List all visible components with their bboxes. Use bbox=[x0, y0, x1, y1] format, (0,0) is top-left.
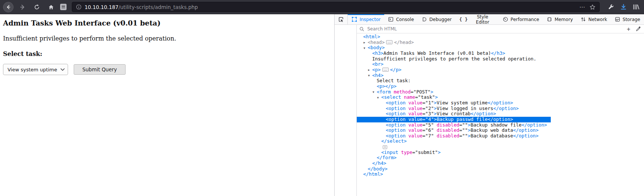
markup-row[interactable]: ▸<p>…</p> bbox=[357, 67, 551, 73]
markup-row[interactable]: ▾<select name="task"> bbox=[357, 95, 551, 100]
style-editor-icon: { } bbox=[459, 17, 468, 22]
extension-icon[interactable] bbox=[60, 4, 67, 10]
tab-performance[interactable]: Performance bbox=[499, 14, 543, 24]
markup-row[interactable]: <option value="5" disabled="">Backup sha… bbox=[357, 122, 551, 128]
markup-token: value bbox=[406, 127, 423, 133]
markup-row[interactable]: <option value="6" disabled="">Backup web… bbox=[357, 128, 551, 133]
expand-arrow-icon[interactable]: ▾ bbox=[368, 73, 372, 78]
task-select[interactable]: View system uptime bbox=[3, 64, 68, 75]
markup-token: <option bbox=[386, 133, 406, 139]
markup-token: <form bbox=[377, 89, 391, 95]
markup-token: View system uptime bbox=[436, 100, 487, 106]
markup-row[interactable]: <input type="submit"> bbox=[357, 150, 551, 155]
markup-row[interactable]: <h3>Admin Tasks Web Interface (v0.01 bet… bbox=[357, 51, 551, 56]
task-select-value: View system uptime bbox=[8, 67, 57, 72]
markup-token: ="" bbox=[459, 122, 468, 128]
tab-network-label: Network bbox=[588, 17, 607, 22]
markup-row[interactable]: ▸<head>…</head> bbox=[357, 40, 551, 45]
forward-arrow-icon bbox=[20, 4, 26, 10]
markup-token: ="POST" bbox=[411, 89, 430, 95]
markup-token: </body> bbox=[368, 166, 388, 172]
expand-arrow-icon[interactable]: ▸ bbox=[364, 40, 368, 45]
markup-row[interactable]: </form> bbox=[357, 155, 551, 161]
reload-icon bbox=[34, 4, 40, 10]
collapsed-ellipsis-icon[interactable]: … bbox=[382, 68, 389, 72]
expand-arrow-icon[interactable]: ▾ bbox=[377, 95, 381, 101]
markup-row[interactable]: ▾<h4> bbox=[357, 73, 551, 78]
markup-token: disabled bbox=[434, 127, 459, 133]
markup-row[interactable]: </h4> bbox=[357, 161, 551, 166]
markup-token: ="5" bbox=[423, 122, 434, 128]
markup-row[interactable]: <br> bbox=[357, 62, 551, 67]
markup-row[interactable]: <option value="3">View crontab</option> bbox=[357, 111, 551, 117]
page-actions-button[interactable]: ⋯ bbox=[578, 4, 586, 10]
markup-token: method bbox=[391, 89, 411, 95]
back-arrow-icon bbox=[6, 4, 11, 10]
markup-tree: <html>▸<head>…</head>▾<body><h3>Admin Ta… bbox=[357, 33, 644, 196]
bookmark-star-button[interactable] bbox=[589, 4, 596, 10]
pick-element-button[interactable] bbox=[335, 14, 348, 24]
create-node-button[interactable]: + bbox=[627, 26, 630, 32]
tab-memory[interactable]: Memory bbox=[543, 14, 577, 24]
markup-row[interactable]: • bbox=[357, 144, 551, 150]
page-content: Admin Tasks Web Interface (v0.01 beta) I… bbox=[0, 14, 334, 196]
downloads-button[interactable] bbox=[620, 4, 627, 10]
markup-token: value bbox=[406, 122, 423, 128]
markup-token: <head> bbox=[368, 39, 385, 45]
tab-debugger[interactable]: Debugger bbox=[418, 14, 455, 24]
markup-token: View logged in users bbox=[436, 106, 493, 111]
markup-token: </html> bbox=[363, 171, 383, 177]
markup-row[interactable]: </select> bbox=[357, 139, 551, 144]
markup-row[interactable]: <option value="7" disabled="">Backup dat… bbox=[357, 133, 551, 139]
tab-console[interactable]: Console bbox=[384, 14, 418, 24]
markup-row[interactable]: <html> bbox=[357, 34, 551, 40]
markup-row-selected[interactable]: <option value="4">Backup passwd file</op… bbox=[357, 117, 551, 122]
expand-arrow-icon[interactable]: ▸ bbox=[368, 67, 372, 73]
tab-network[interactable]: Network bbox=[577, 14, 611, 24]
markup-pane: + <html>▸<head>…</head>▾<body><h3>Admin … bbox=[357, 25, 644, 196]
back-button[interactable] bbox=[3, 2, 14, 12]
markup-token: > bbox=[430, 89, 433, 95]
markup-token: ="submit" bbox=[412, 149, 438, 155]
debugger-icon bbox=[421, 17, 427, 22]
markup-row[interactable]: <p></p> bbox=[357, 84, 551, 89]
whitespace-node-icon[interactable]: • bbox=[383, 145, 387, 149]
site-info-icon[interactable] bbox=[76, 4, 82, 10]
markup-token: value bbox=[406, 116, 423, 122]
markup-row[interactable]: ▾<form method="POST"> bbox=[357, 89, 551, 95]
library-button[interactable] bbox=[633, 4, 639, 10]
url-bar[interactable]: 10.10.10.187/utility-scripts/admin_tasks… bbox=[72, 2, 600, 12]
submit-query-button[interactable]: Submit Query bbox=[74, 64, 126, 75]
markup-token: > bbox=[468, 133, 471, 139]
select-task-heading: Select task: bbox=[3, 50, 331, 57]
markup-token: <html> bbox=[363, 34, 380, 39]
markup-token: value bbox=[406, 100, 423, 106]
markup-row[interactable]: </body> bbox=[357, 166, 551, 172]
markup-row[interactable]: ▾<body> bbox=[357, 45, 551, 51]
tab-storage[interactable]: Storage bbox=[611, 14, 644, 24]
tab-inspector[interactable]: Inspector bbox=[348, 14, 384, 24]
markup-row[interactable]: <option value="1">View system uptime</op… bbox=[357, 100, 551, 106]
markup-token: </head> bbox=[394, 39, 414, 45]
wrench-icon bbox=[608, 4, 614, 10]
expand-arrow-icon[interactable]: ▾ bbox=[364, 45, 368, 51]
collapsed-ellipsis-icon[interactable]: … bbox=[386, 40, 392, 44]
markup-token: <option bbox=[386, 116, 406, 122]
devtools-wrench-button[interactable] bbox=[608, 4, 614, 10]
markup-token: Insufficient privileges to perform the s… bbox=[372, 56, 536, 62]
forward-button[interactable] bbox=[17, 2, 28, 12]
markup-token: name bbox=[401, 94, 415, 100]
search-html-input[interactable] bbox=[367, 26, 621, 32]
home-button[interactable] bbox=[46, 2, 56, 12]
markup-row[interactable]: </html> bbox=[357, 172, 551, 177]
reload-button[interactable] bbox=[32, 2, 42, 12]
markup-token: <p> bbox=[372, 67, 381, 72]
eyedropper-button[interactable] bbox=[636, 26, 641, 32]
markup-row[interactable]: Insufficient privileges to perform the s… bbox=[357, 56, 551, 62]
expand-arrow-icon[interactable]: ▾ bbox=[373, 89, 377, 95]
tab-style-editor[interactable]: { } Style Editor bbox=[455, 14, 499, 24]
performance-icon bbox=[503, 17, 508, 22]
markup-row[interactable]: <option value="2">View logged in users</… bbox=[357, 106, 551, 112]
markup-token: ="task" bbox=[415, 94, 435, 100]
markup-row[interactable]: Select task: bbox=[357, 78, 551, 84]
